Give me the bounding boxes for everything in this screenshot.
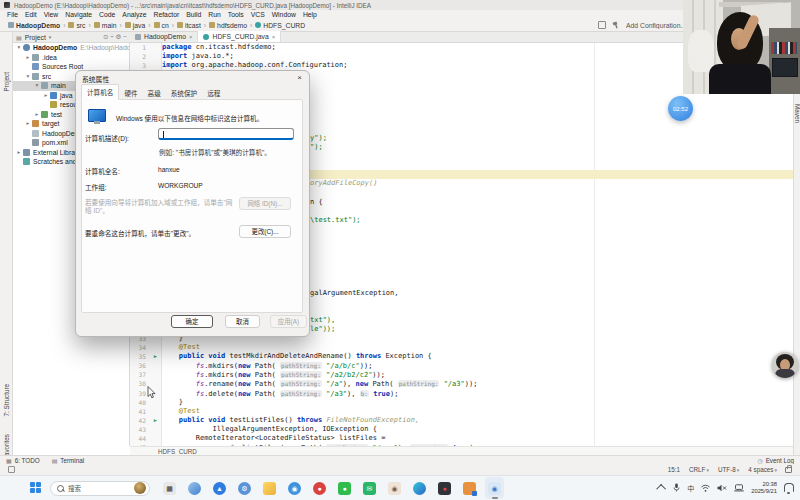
menu-code[interactable]: Code bbox=[99, 11, 115, 18]
code-text[interactable]: fs.delete(new Path( pathString: "/a3"), … bbox=[162, 389, 793, 398]
dialog-close-icon[interactable]: × bbox=[297, 73, 302, 82]
code-text[interactable]: fs.mkdirs(new Path( pathString: "/a2/b2/… bbox=[162, 370, 793, 379]
breadcrumb-item-main[interactable]: main bbox=[94, 22, 117, 29]
expand-arrow-icon[interactable]: ▾ bbox=[33, 81, 41, 91]
task-view-icon[interactable]: ▦ bbox=[160, 477, 179, 499]
lock-icon[interactable] bbox=[785, 467, 792, 473]
tool-window-icon[interactable] bbox=[598, 21, 606, 29]
menu-window[interactable]: Window bbox=[272, 11, 296, 18]
menu-analyze[interactable]: Analyze bbox=[122, 11, 146, 18]
breadcrumb-item-java[interactable]: java bbox=[125, 22, 145, 29]
notification-bell-icon[interactable] bbox=[784, 483, 794, 492]
run-test-icon[interactable]: ▶ bbox=[149, 352, 162, 361]
menu-vcs[interactable]: VCS bbox=[251, 11, 265, 18]
dialog-tab-远程[interactable]: 远程 bbox=[202, 86, 225, 100]
code-text[interactable]: public void testListFiles() throws FileN… bbox=[162, 416, 793, 425]
wifi-icon[interactable] bbox=[701, 484, 710, 492]
status-utf-8[interactable]: UTF-8▾ bbox=[718, 466, 739, 473]
menu-view[interactable]: View bbox=[44, 11, 59, 18]
system-properties-dialog[interactable]: 系统属性 × 计算机名硬件高级系统保护远程 Windows 使用以下信息在网络中… bbox=[75, 70, 310, 337]
volume-muted-icon[interactable] bbox=[717, 484, 727, 492]
expand-arrow-icon[interactable]: ▸ bbox=[24, 119, 32, 129]
maven-stripe-tab[interactable]: Maven bbox=[794, 104, 800, 123]
start-button[interactable] bbox=[30, 482, 42, 494]
ok-button[interactable]: 确定 bbox=[171, 315, 213, 328]
battery-icon[interactable] bbox=[734, 484, 744, 492]
panel-toolbar-icon[interactable]: − bbox=[123, 33, 127, 40]
dialog-tab-系统保护[interactable]: 系统保护 bbox=[166, 86, 202, 100]
expand-arrow-icon[interactable]: ▸ bbox=[33, 110, 41, 120]
toolwindow-toggle-icon[interactable] bbox=[8, 466, 15, 473]
ide-titlebar[interactable]: HadoopDemo (E:\Hadoop\HadoopDemo) - ...\… bbox=[0, 0, 800, 10]
breadcrumb-item-hdfs_curd[interactable]: HDFS_CURD bbox=[255, 22, 305, 29]
breadcrumb-item-src[interactable]: src bbox=[68, 22, 85, 29]
cancel-button[interactable]: 取消 bbox=[225, 315, 260, 328]
dialog-tab-硬件[interactable]: 硬件 bbox=[119, 86, 142, 100]
status-crlf[interactable]: CRLF▾ bbox=[689, 466, 709, 473]
expand-arrow-icon[interactable]: ▸ bbox=[15, 148, 23, 158]
qq-icon[interactable]: ● bbox=[310, 477, 329, 499]
status-4-spaces[interactable]: 4 spaces▾ bbox=[748, 466, 777, 473]
build-hammer-icon[interactable] bbox=[612, 21, 620, 29]
expand-arrow-icon[interactable]: ▾ bbox=[24, 72, 32, 82]
file-explorer-icon[interactable] bbox=[260, 477, 279, 499]
code-text[interactable]: IllegalArgumentException, IOException { bbox=[162, 425, 793, 434]
code-text[interactable]: public void testMkdirAndDeleteAndRename(… bbox=[162, 352, 793, 361]
expand-arrow-icon[interactable]: ▸ bbox=[24, 53, 32, 63]
expand-arrow-icon[interactable]: ▾ bbox=[15, 43, 23, 53]
browser-globe-icon[interactable] bbox=[185, 477, 204, 499]
photos-app-icon[interactable]: ● bbox=[435, 477, 454, 499]
todo-toolwindow-button[interactable]: ▦6: TODO bbox=[6, 457, 40, 464]
code-text[interactable]: RemoteIterator<LocatedFileStatus> listFi… bbox=[162, 434, 793, 443]
tree-item--idea[interactable]: ▸.idea bbox=[13, 53, 129, 63]
menu-tools[interactable]: Tools bbox=[228, 11, 244, 18]
computer-description-input[interactable] bbox=[158, 128, 294, 140]
ime-indicator[interactable]: 中 bbox=[687, 483, 694, 493]
code-text[interactable]: fs.rename(new Path( pathString: "/a"), n… bbox=[162, 379, 793, 388]
breadcrumb-item-hadoopdemo[interactable]: HadoopDemo bbox=[8, 22, 60, 29]
breadcrumb-item-cn[interactable]: cn bbox=[154, 22, 169, 29]
contacts-app-icon[interactable]: ◉ bbox=[385, 477, 404, 499]
expand-arrow-icon[interactable]: ▸ bbox=[42, 91, 50, 101]
editor-tab-hadoopdemo[interactable]: HadoopDemo× bbox=[130, 31, 198, 42]
menu-navigate[interactable]: Navigate bbox=[65, 11, 92, 18]
dialog-tab-计算机名[interactable]: 计算机名 bbox=[81, 84, 119, 100]
event-log-button[interactable]: ◷Event Log bbox=[757, 457, 794, 464]
breadcrumb-item-itcast[interactable]: itcast bbox=[177, 22, 201, 29]
code-text[interactable]: fs.mkdirs(new Path( pathString: "/a/b/c"… bbox=[162, 361, 793, 370]
breadcrumb-item-hdfsdemo[interactable]: hdfsdemo bbox=[209, 22, 247, 29]
recording-timer-bubble[interactable]: 02:52 bbox=[668, 96, 693, 121]
menu-run[interactable]: Run bbox=[208, 11, 220, 18]
dialog-tab-高级[interactable]: 高级 bbox=[143, 86, 166, 100]
change-button[interactable]: 更改(C)... bbox=[239, 225, 291, 238]
camscanner-icon[interactable]: ◉ bbox=[285, 477, 304, 499]
menu-file[interactable]: File bbox=[7, 11, 18, 18]
terminal-toolwindow-button[interactable]: ▤Terminal bbox=[52, 457, 84, 464]
code-text[interactable]: } bbox=[162, 398, 793, 407]
cloud-drive-icon[interactable]: ▲ bbox=[210, 477, 229, 499]
menu-edit[interactable]: Edit bbox=[25, 11, 37, 18]
code-text[interactable]: @Test bbox=[162, 343, 793, 352]
structure-stripe-tab[interactable]: 7: Structure bbox=[3, 384, 10, 417]
edge-browser-icon[interactable] bbox=[410, 477, 429, 499]
webcam-mini-bubble[interactable] bbox=[772, 352, 798, 378]
project-panel-title[interactable]: Project bbox=[25, 34, 46, 41]
tab-close-icon[interactable]: × bbox=[189, 34, 193, 40]
tab-close-icon[interactable]: × bbox=[272, 34, 276, 40]
screen-recorder-icon[interactable]: ◉ bbox=[485, 477, 504, 499]
menu-help[interactable]: Help bbox=[303, 11, 317, 18]
vm-app-icon[interactable] bbox=[460, 477, 479, 499]
wechat-icon[interactable]: ● bbox=[335, 477, 354, 499]
run-test-icon[interactable]: ▶ bbox=[149, 416, 162, 425]
status-15-1[interactable]: 15:1 bbox=[668, 466, 680, 473]
search-daily-image[interactable] bbox=[134, 482, 146, 494]
menu-refactor[interactable]: Refactor bbox=[154, 11, 180, 18]
menu-build[interactable]: Build bbox=[186, 11, 201, 18]
editor-breadcrumb-item[interactable]: HDFS_CURD bbox=[158, 448, 197, 455]
mail-app-icon[interactable]: ✉ bbox=[360, 477, 379, 499]
microphone-icon[interactable] bbox=[673, 483, 680, 492]
editor-tab-hdfs-curd-java[interactable]: HDFS_CURD.java× bbox=[198, 31, 281, 42]
taskbar-search[interactable]: 搜索 bbox=[50, 481, 150, 496]
tree-item-hadoopdemo[interactable]: ▾HadoopDemoE:\Hadoop\HadoopDemo bbox=[13, 43, 129, 53]
code-text[interactable]: @Test bbox=[162, 407, 793, 416]
